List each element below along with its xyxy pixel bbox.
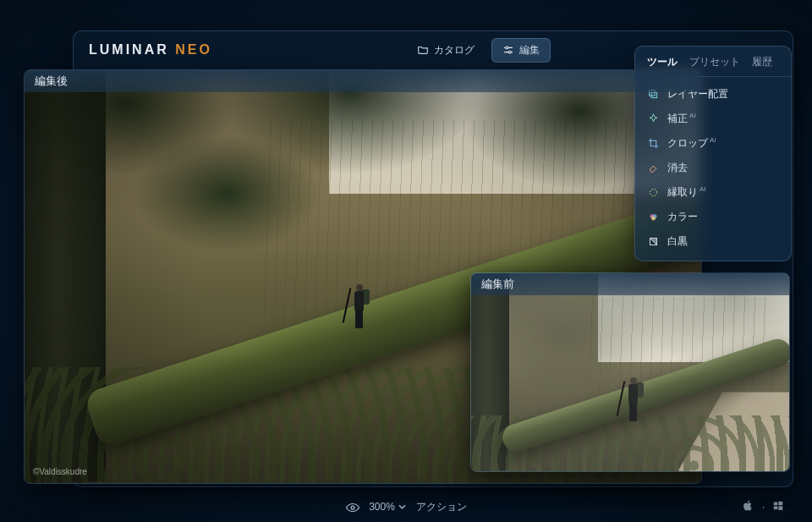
logo-word2: NEO (175, 42, 212, 57)
catalog-label: カタログ (434, 43, 475, 58)
svg-rect-12 (774, 502, 778, 505)
bottom-controls: 300% アクション (345, 500, 467, 514)
ai-badge: AI (700, 185, 706, 193)
tool-label: 補正AI (667, 112, 696, 126)
tool-item-enhance[interactable]: 補正AI (635, 107, 791, 131)
svg-point-11 (351, 506, 354, 509)
svg-point-3 (508, 51, 511, 53)
logo-word1: LUMINAR (89, 42, 169, 57)
apple-icon (743, 500, 754, 514)
tool-item-erase[interactable]: 消去 (635, 156, 791, 180)
svg-point-9 (651, 217, 656, 221)
preview-icon[interactable] (345, 500, 359, 514)
tool-item-mask[interactable]: 縁取りAI (635, 180, 791, 205)
tool-item-color[interactable]: カラー (635, 205, 791, 229)
svg-point-6 (650, 189, 656, 195)
svg-rect-15 (778, 506, 782, 510)
tab-tools[interactable]: ツール (647, 55, 678, 69)
erase-icon (647, 162, 659, 174)
sliders-icon (502, 44, 514, 56)
tool-label: 消去 (667, 161, 688, 175)
app-logo: LUMINAR NEO (89, 42, 212, 58)
tool-label: カラー (667, 210, 698, 224)
action-button[interactable]: アクション (416, 500, 467, 514)
header-nav: カタログ 編集 (407, 38, 551, 63)
tool-label: 白黒 (667, 234, 688, 249)
zoom-control[interactable]: 300% (369, 501, 406, 513)
tool-label: クロップAI (667, 136, 716, 151)
original-image (471, 273, 789, 471)
catalog-button[interactable]: カタログ (407, 38, 485, 63)
tab-presets[interactable]: プリセット (689, 55, 740, 69)
color-icon (647, 212, 659, 223)
image-credit: ©Valdisskudre (33, 467, 87, 476)
os-icons: · (743, 500, 783, 514)
chevron-down-icon (398, 504, 406, 509)
tool-list: レイヤー配置補正AIクロップAI消去縁取りAIカラー白黒 (635, 82, 791, 254)
svg-rect-13 (778, 501, 782, 505)
tool-item-crop[interactable]: クロップAI (635, 131, 791, 156)
crop-icon (647, 138, 659, 150)
svg-rect-14 (774, 506, 778, 509)
folder-icon (417, 44, 429, 56)
bw-icon (647, 236, 659, 248)
ai-badge: AI (710, 136, 716, 144)
svg-rect-5 (651, 92, 657, 98)
separator-dot: · (762, 503, 765, 512)
before-image-panel[interactable]: 編集前 (470, 272, 790, 472)
tab-history[interactable]: 履歴 (752, 55, 772, 69)
edit-button[interactable]: 編集 (491, 38, 551, 63)
tool-label: 縁取りAI (667, 185, 706, 200)
before-title: 編集前 (471, 273, 789, 295)
after-title: 編集後 (25, 70, 701, 92)
ai-badge: AI (689, 112, 696, 119)
bottom-bar: 300% アクション · (0, 492, 812, 522)
tool-item-bw[interactable]: 白黒 (635, 229, 791, 254)
windows-icon (773, 501, 783, 514)
edit-label: 編集 (519, 43, 540, 58)
mask-icon (647, 187, 659, 199)
zoom-value: 300% (369, 501, 395, 513)
enhance-icon (647, 113, 659, 125)
svg-point-2 (506, 47, 508, 49)
